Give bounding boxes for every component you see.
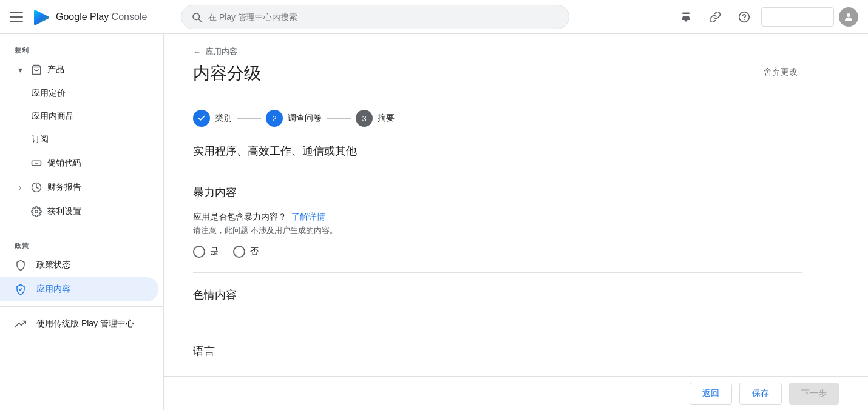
legacy-label: 使用传统版 Play 管理中心 bbox=[36, 318, 134, 329]
sidebar-item-subscriptions[interactable]: 订阅 bbox=[17, 128, 158, 151]
step-2-circle: 2 bbox=[266, 110, 283, 127]
header-icons bbox=[674, 5, 858, 29]
chevron-down-icon: ▾ bbox=[15, 64, 25, 75]
search-input[interactable] bbox=[208, 12, 559, 22]
sexual-section: 色情内容 bbox=[193, 273, 802, 329]
menu-icon[interactable] bbox=[10, 10, 24, 24]
footer: 返回 保存 下一步 bbox=[164, 376, 868, 410]
violence-radio-group: 是 否 bbox=[193, 246, 802, 258]
page-title: 内容分级 bbox=[193, 62, 261, 85]
violence-yes-radio[interactable] bbox=[193, 246, 205, 258]
notification-button[interactable] bbox=[674, 5, 698, 29]
step-3-label: 摘要 bbox=[378, 113, 395, 124]
discard-button[interactable]: 舍弃更改 bbox=[759, 62, 802, 82]
content-inner: ← 应用内容 内容分级 舍弃更改 类别 bbox=[164, 34, 832, 410]
in-app-products-label: 应用内商品 bbox=[32, 111, 74, 122]
app-content-label: 应用内容 bbox=[36, 284, 70, 295]
financial-report-label: 财务报告 bbox=[47, 182, 81, 193]
stepper: 类别 2 调查问卷 3 摘要 bbox=[193, 110, 802, 127]
products-label: 产品 bbox=[47, 64, 64, 75]
page-title-row: 内容分级 舍弃更改 bbox=[193, 62, 802, 95]
sidebar-section-monetize: 获利 bbox=[0, 39, 163, 58]
promo-icon bbox=[30, 157, 42, 169]
sidebar-item-promo-code[interactable]: 促销代码 bbox=[0, 151, 163, 175]
violence-yes-label: 是 bbox=[210, 246, 219, 257]
violence-learn-more-link[interactable]: 了解详情 bbox=[291, 212, 325, 221]
app-category-title: 实用程序、高效工作、通信或其他 bbox=[193, 144, 802, 158]
violence-title: 暴力内容 bbox=[193, 185, 802, 200]
back-button[interactable]: 返回 bbox=[690, 383, 732, 405]
logo-area: Google Play Console bbox=[32, 7, 147, 27]
main-layout: 获利 ▾ 产品 应用定价 应用内商品 订阅 bbox=[0, 34, 868, 410]
step-1-circle bbox=[193, 110, 210, 127]
sidebar-parent-products[interactable]: ▾ 产品 bbox=[0, 58, 163, 82]
save-button[interactable]: 保存 bbox=[739, 383, 782, 405]
step-1-label: 类别 bbox=[215, 113, 232, 124]
sidebar-products-children: 应用定价 应用内商品 订阅 bbox=[0, 82, 163, 151]
violence-no-label: 否 bbox=[250, 246, 259, 257]
avatar-icon bbox=[843, 12, 854, 22]
check-icon bbox=[197, 114, 206, 123]
shield-check-icon bbox=[15, 283, 27, 295]
step-2: 2 调查问卷 bbox=[266, 110, 322, 127]
violence-yes-option[interactable]: 是 bbox=[193, 246, 219, 258]
sidebar-divider-2 bbox=[0, 306, 163, 307]
help-icon bbox=[738, 11, 750, 23]
svg-rect-2 bbox=[682, 12, 690, 14]
financial-icon bbox=[30, 181, 42, 193]
content-area: ← 应用内容 内容分级 舍弃更改 类别 bbox=[164, 34, 868, 410]
breadcrumb[interactable]: ← 应用内容 bbox=[193, 46, 802, 57]
logo-text: Google Play Console bbox=[56, 12, 147, 22]
step-1: 类别 bbox=[193, 110, 232, 127]
step-connector-2 bbox=[327, 118, 351, 119]
violence-note: 请注意，此问题 不涉及用户生成的内容。 bbox=[193, 225, 802, 236]
sidebar-divider-1 bbox=[0, 229, 163, 229]
sidebar-item-monetize-settings[interactable]: 获利设置 bbox=[0, 200, 163, 224]
subscriptions-label: 订阅 bbox=[32, 134, 49, 145]
breadcrumb-arrow: ← bbox=[193, 47, 201, 56]
sidebar-item-financial-report[interactable]: › 财务报告 bbox=[0, 175, 163, 200]
app-pricing-label: 应用定价 bbox=[32, 88, 66, 99]
sidebar-item-policy-status[interactable]: 政策状态 bbox=[0, 253, 158, 277]
step-3-circle: 3 bbox=[356, 110, 373, 127]
help-button[interactable] bbox=[732, 5, 756, 29]
violence-section: 暴力内容 应用是否包含暴力内容？ 了解详情 请注意，此问题 不涉及用户生成的内容… bbox=[193, 170, 802, 273]
svg-rect-3 bbox=[685, 20, 688, 22]
avatar[interactable] bbox=[839, 7, 858, 27]
play-logo-icon bbox=[32, 7, 51, 27]
account-button[interactable] bbox=[761, 7, 834, 27]
svg-point-6 bbox=[847, 13, 850, 17]
violence-no-option[interactable]: 否 bbox=[233, 246, 259, 258]
monetize-settings-label: 获利设置 bbox=[47, 206, 81, 217]
promo-code-label: 促销代码 bbox=[47, 158, 81, 169]
search-icon bbox=[191, 12, 202, 22]
breadcrumb-text: 应用内容 bbox=[206, 46, 237, 57]
sexual-title: 色情内容 bbox=[193, 287, 802, 302]
link-button[interactable] bbox=[703, 5, 727, 29]
violence-question: 应用是否包含暴力内容？ 了解详情 bbox=[193, 212, 802, 223]
header-left: Google Play Console bbox=[10, 7, 174, 27]
policy-status-label: 政策状态 bbox=[36, 260, 70, 271]
trending-icon bbox=[15, 318, 27, 330]
sidebar-item-legacy[interactable]: 使用传统版 Play 管理中心 bbox=[0, 312, 158, 336]
svg-point-5 bbox=[744, 19, 745, 20]
cart-icon bbox=[30, 64, 42, 76]
sidebar-item-in-app-products[interactable]: 应用内商品 bbox=[17, 105, 158, 128]
svg-line-1 bbox=[198, 19, 201, 21]
settings-icon bbox=[30, 206, 42, 218]
sidebar: 获利 ▾ 产品 应用定价 应用内商品 订阅 bbox=[0, 34, 164, 410]
next-button[interactable]: 下一步 bbox=[789, 383, 839, 405]
sidebar-section-policy: 政策 bbox=[0, 234, 163, 253]
sidebar-item-app-pricing[interactable]: 应用定价 bbox=[17, 82, 158, 105]
shield-icon bbox=[15, 259, 27, 271]
step-2-label: 调查问卷 bbox=[288, 113, 322, 124]
chevron-right-icon: › bbox=[15, 182, 25, 193]
sidebar-item-app-content[interactable]: 应用内容 bbox=[0, 277, 158, 301]
header: Google Play Console bbox=[0, 0, 868, 34]
violence-no-radio[interactable] bbox=[233, 246, 245, 258]
search-bar[interactable] bbox=[181, 5, 569, 29]
step-3: 3 摘要 bbox=[356, 110, 395, 127]
notification-icon bbox=[680, 11, 692, 23]
link-icon bbox=[709, 11, 721, 23]
svg-point-11 bbox=[35, 210, 38, 213]
